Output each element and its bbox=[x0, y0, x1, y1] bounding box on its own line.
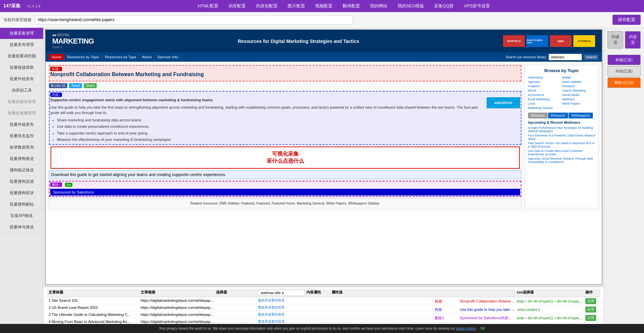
sidebar-item-outlink-publish2[interactable]: 批量外链发布 bbox=[0, 119, 43, 130]
browse-item[interactable]: Advertising bbox=[528, 76, 561, 79]
sidebar-item-sogou-feedback[interactable]: 批量搜狗反馈 bbox=[0, 176, 43, 187]
sidebar-item-sogou-push[interactable]: 批量搜狗推送 bbox=[0, 153, 43, 165]
apply-btn-wrapper[interactable]: 应用 bbox=[585, 298, 599, 304]
apply-button[interactable]: 应用 bbox=[585, 315, 596, 321]
save-config-button[interactable]: 保存配置 bbox=[613, 15, 641, 25]
nav-item-home[interactable]: Home bbox=[49, 54, 64, 60]
article-preview-btn[interactable]: 预览并设置内容页 bbox=[258, 298, 431, 303]
search-label: Search our resource library: bbox=[506, 55, 547, 59]
low-badge: low bbox=[65, 183, 72, 187]
nav-item-sponsor-info[interactable]: Sponsor Info bbox=[155, 54, 181, 60]
article-preview-btn[interactable]: 预览并设置内容页 bbox=[258, 312, 431, 317]
webpage-sidebar-right: Browse by Topic Advertising Mobile Agenc… bbox=[525, 65, 598, 208]
sidebar-item-video-manage[interactable]: 批量短视频管理 bbox=[0, 108, 43, 119]
salesforce-logo: salesforce bbox=[487, 97, 520, 108]
nav-vps-config[interactable]: VPS搭号设置 bbox=[464, 3, 490, 9]
sidebar-item-bulk-publish[interactable]: 批量发布管理 bbox=[0, 39, 43, 51]
content-page-button[interactable]: 内容页 bbox=[625, 31, 641, 49]
nav-qq-group[interactable]: 采集QQ群 bbox=[434, 3, 454, 9]
list-page-button[interactable]: 列表页 bbox=[607, 31, 623, 49]
browse-item[interactable]: News Updates bbox=[562, 80, 596, 84]
nav-item-resources-topic[interactable]: Resources by Topic bbox=[64, 54, 102, 60]
nav-pseudo-config[interactable]: 伪原创配置 bbox=[256, 3, 278, 9]
title-selected-button[interactable]: 标题(已选) bbox=[607, 55, 641, 65]
webinar-item[interactable]: Use Data to Create Next-Level Customer E… bbox=[528, 149, 595, 156]
browse-item[interactable]: Webinars bbox=[562, 98, 596, 101]
nav-seo-template[interactable]: 我的SEO模版 bbox=[398, 3, 424, 9]
nav-item-about[interactable]: About bbox=[139, 54, 155, 60]
apply-button[interactable]: 应用 bbox=[585, 307, 596, 313]
delete-selected-button[interactable]: 删除1(已选) bbox=[607, 77, 641, 88]
apply-btn-wrapper[interactable]: 应用 bbox=[585, 307, 599, 313]
delete-badge: 删除↓ bbox=[50, 182, 62, 187]
search-input[interactable] bbox=[549, 54, 582, 60]
nav-item-resources-type[interactable]: Resources by Type bbox=[102, 54, 139, 60]
nav-dict-config[interactable]: 词库配置 bbox=[228, 3, 246, 9]
sidebar-item-data-query[interactable]: 收录数据查询 bbox=[0, 142, 43, 153]
article-body: salesforce Supporter-centric engagement … bbox=[50, 97, 520, 143]
sidebar-item-keyword-mining[interactable]: 批量权重词挖掘 bbox=[0, 51, 43, 62]
sidebar-item-sogou-mail[interactable]: 批量搜狗邮站 bbox=[0, 199, 43, 210]
article-cta: Download this guide to get started align… bbox=[49, 170, 521, 179]
share-button[interactable]: Share bbox=[84, 83, 97, 88]
article-url-cell: https://digitalmarketingdepot.com/whitep… bbox=[141, 306, 214, 310]
browse-item[interactable]: White Papers bbox=[562, 102, 596, 105]
webinar-item[interactable]: Agencies: Grow Revenue Streams Through W… bbox=[528, 157, 595, 164]
browse-item[interactable]: eCommerce bbox=[528, 93, 561, 97]
sidebar-item-sogou-verify[interactable]: 搜狗验证推送 bbox=[0, 165, 43, 176]
sidebar-item-sogou-complaint[interactable]: 批量搜狗投诉 bbox=[0, 187, 43, 199]
article-url-cell: https://digitalmarketingdepot.com/whitep… bbox=[141, 298, 214, 302]
article-preview-btn[interactable]: 预览并设置内容页 bbox=[258, 319, 431, 324]
webinar-item[interactable]: Google Performance Max: Strategies for b… bbox=[528, 126, 595, 133]
browse-item[interactable]: Local bbox=[528, 102, 561, 105]
nav-translate-config[interactable]: 翻译配置 bbox=[343, 3, 360, 9]
browse-item[interactable]: Ebook bbox=[528, 89, 561, 92]
logo-depot: DEPOT bbox=[52, 46, 94, 49]
browse-item[interactable]: Agencies bbox=[528, 80, 561, 84]
css-value: body > div:nth-of-type(1) > div:nth-of-t… bbox=[517, 316, 584, 320]
article-title-cell: 2 US Brand Love Report 2022 bbox=[49, 306, 139, 310]
col-url-header: 文章链接 bbox=[141, 290, 214, 296]
cta-text: Download this guide to get started align… bbox=[51, 172, 519, 177]
sidebar-item-outlink-publish[interactable]: 批量外链发布 bbox=[0, 73, 43, 85]
browse-item[interactable]: Mobile bbox=[562, 76, 596, 79]
nav-image-config[interactable]: 图片配置 bbox=[288, 3, 305, 9]
selector-input[interactable] bbox=[258, 290, 305, 296]
browse-item[interactable]: Marketing General bbox=[528, 106, 561, 110]
search-button[interactable]: Search bbox=[584, 55, 598, 60]
tab-research[interactable]: Research bbox=[548, 112, 568, 119]
url-bar-input[interactable] bbox=[35, 15, 353, 24]
nav-video-config[interactable]: 视频配置 bbox=[315, 3, 333, 9]
nav-my-site[interactable]: 我的网站 bbox=[370, 3, 387, 9]
privacy-policy-link[interactable]: privacy policy bbox=[456, 327, 476, 330]
tab-webinars[interactable]: Webinars bbox=[528, 112, 548, 119]
tweet-button[interactable]: Tweet bbox=[69, 83, 82, 88]
app-title: 147采集 bbox=[3, 3, 20, 9]
like-button[interactable]: fb Like 15 bbox=[49, 83, 67, 88]
article-preview-btn[interactable]: 预览并设置内容页 bbox=[258, 305, 431, 310]
sidebar-item-media-manage[interactable]: 批量自媒体管理 bbox=[0, 96, 43, 108]
nav-html-config[interactable]: HTML配置 bbox=[198, 3, 218, 9]
upcoming-title: Upcoming & Recent Webinars bbox=[528, 120, 595, 124]
apply-button[interactable]: 应用 bbox=[585, 298, 596, 304]
sidebar-item-shenma-push[interactable]: 批量神马推送 bbox=[0, 222, 43, 233]
webinar-item[interactable]: Paid Search Tactics You Need to Maximize… bbox=[528, 142, 595, 148]
sidebar-item-bulk-collect[interactable]: 批量采集管理 bbox=[0, 28, 43, 39]
apply-btn-wrapper[interactable]: 应用 bbox=[585, 315, 599, 321]
site-sponsors: MARTECH Search Engine Land SMX ✗✗MEDIA bbox=[503, 35, 595, 47]
browse-item[interactable]: Search Marketing bbox=[562, 89, 596, 92]
browse-item[interactable]: Research bbox=[562, 85, 596, 88]
sidebar-item-rank-monitor[interactable]: 批量排名监控 bbox=[0, 130, 43, 142]
browse-item[interactable]: Social Media bbox=[562, 93, 596, 97]
article-subtitle: Supporter-centric engagement starts with… bbox=[50, 98, 214, 102]
browse-item[interactable]: Analytics bbox=[528, 85, 561, 88]
sidebar-item-link-crawl[interactable]: 批量链接抓取 bbox=[0, 62, 43, 73]
tab-whitepapers[interactable]: Whitepapers bbox=[568, 112, 593, 119]
content-selected-button[interactable]: 内容(已选) bbox=[607, 66, 641, 76]
webinar-item[interactable]: Four Elements of a Powerful, Data-Driven… bbox=[528, 134, 595, 141]
browse-item[interactable]: Email Marketing bbox=[528, 98, 561, 101]
sidebar-item-baidu-api[interactable]: 百度API推送 bbox=[0, 210, 43, 222]
site-tagline: Resources for Digital Marketing Strategi… bbox=[100, 39, 496, 44]
sidebar-item-pseudo-tool[interactable]: 伪原创工具 bbox=[0, 85, 43, 96]
privacy-ok-button[interactable]: OK bbox=[480, 327, 485, 330]
